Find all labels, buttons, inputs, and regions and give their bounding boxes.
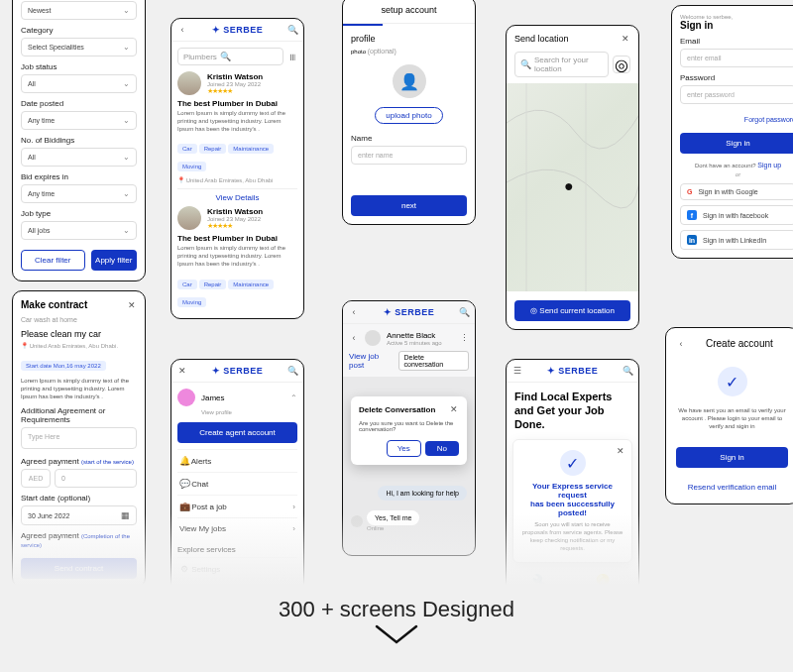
chevron-down-icon: ⌄: [123, 79, 130, 88]
apply-filter-button[interactable]: Apply filter: [91, 250, 138, 271]
chevron-right-icon: ›: [292, 503, 295, 511]
facebook-signin-button[interactable]: fSign in with facebook: [680, 205, 793, 225]
tag-car[interactable]: Car: [177, 280, 197, 289]
avatar: [177, 206, 201, 230]
delete-conv-menu[interactable]: Delete conversation: [398, 351, 469, 371]
close-icon[interactable]: ✕: [127, 300, 137, 310]
tag-repair[interactable]: Repair: [199, 280, 227, 289]
google-signin-button[interactable]: GSign in with Google: [680, 183, 793, 200]
menu-postjob[interactable]: 💼 Post a job›: [177, 495, 297, 517]
location-icon: 📍: [21, 343, 28, 349]
signin-button[interactable]: Sign in: [680, 133, 793, 154]
tag-maint[interactable]: Maintainance: [228, 280, 274, 289]
search-icon[interactable]: 🔍: [459, 307, 469, 317]
email-label: Email: [680, 37, 793, 46]
chat-status: Active 5 minutes ago: [387, 340, 442, 346]
menu-myjobs[interactable]: View My jobs›: [177, 517, 297, 539]
close-icon[interactable]: ✕: [449, 404, 459, 414]
create-agent-button[interactable]: Create agent account: [177, 422, 297, 443]
yes-button[interactable]: Yes: [387, 440, 421, 457]
search-input[interactable]: Plumbers🔍: [177, 48, 283, 65]
signup-link[interactable]: Sign up: [757, 162, 781, 168]
sort-select[interactable]: Newest⌄: [21, 1, 137, 20]
linkedin-signin-button[interactable]: inSign in with LinkedIn: [680, 230, 793, 250]
tag-maint[interactable]: Maintainance: [228, 144, 274, 154]
explore-heading: Explore services: [177, 545, 297, 554]
listing-desc: Lorem Ipsum is simply dummy text of the …: [177, 245, 297, 268]
view-details-link[interactable]: View Details: [177, 188, 297, 206]
dateposted-select[interactable]: Any time⌄: [21, 111, 137, 130]
addreq-input[interactable]: Type Here: [21, 427, 137, 449]
create-signin-button[interactable]: Sign in: [676, 447, 788, 468]
back-icon[interactable]: ‹: [177, 25, 187, 35]
view-profile-link[interactable]: View profile: [201, 409, 297, 415]
plumber-icon: 🔧: [514, 573, 570, 595]
search-value: Plumbers: [183, 53, 217, 61]
create-title: Create account: [706, 338, 773, 349]
email-input[interactable]: enter email: [680, 49, 793, 67]
forgot-password-link[interactable]: Forgot password: [744, 116, 793, 123]
close-icon[interactable]: ✕: [177, 366, 187, 376]
resend-link[interactable]: Resend verification email: [688, 483, 776, 492]
menu-chat[interactable]: 💬 Chat: [177, 472, 297, 495]
jobtype-select[interactable]: All jobs⌄: [21, 221, 137, 240]
map-search-input[interactable]: 🔍Search for your location: [514, 52, 609, 77]
view-jobpost-link[interactable]: View job post: [349, 352, 395, 370]
map-title: Send location: [514, 34, 569, 44]
kebab-icon[interactable]: ⋮: [459, 333, 469, 343]
chat-status2: Online: [367, 525, 419, 531]
upload-photo-button[interactable]: upload photo: [375, 107, 442, 124]
map-canvas[interactable]: ●: [507, 83, 638, 291]
bidexpires-select[interactable]: Any time⌄: [21, 184, 137, 203]
currency-field[interactable]: AED: [21, 469, 51, 488]
clear-filter-button[interactable]: Clear filter: [21, 250, 85, 271]
back-icon[interactable]: ‹: [349, 333, 359, 343]
briefcase-icon: 💼: [179, 502, 189, 511]
password-input[interactable]: enter password: [680, 85, 793, 104]
dialog-title: Delete Conversation: [359, 405, 435, 414]
no-button[interactable]: No: [425, 441, 459, 456]
password-label: Password: [680, 73, 793, 82]
menu-alerts[interactable]: 🔔 Alerts: [177, 449, 297, 472]
tag-car[interactable]: Car: [177, 144, 197, 154]
search-icon[interactable]: 🔍: [287, 25, 297, 35]
category-label: Category: [21, 26, 137, 35]
next-button[interactable]: next: [351, 195, 467, 216]
chevron-up-icon[interactable]: ⌃: [290, 393, 297, 402]
jobstatus-select[interactable]: All⌄: [21, 74, 137, 93]
startdate-input[interactable]: 30 June 2022▦: [21, 505, 137, 525]
close-icon[interactable]: ✕: [616, 446, 625, 456]
brand-logo: ✦ SERBEE: [384, 307, 435, 317]
back-icon[interactable]: ‹: [676, 339, 686, 349]
send-location-button[interactable]: ◎ Send current location: [514, 300, 630, 321]
jobstatus-label: Job status: [21, 62, 137, 71]
tag-moving[interactable]: Moving: [177, 297, 206, 307]
tag-moving[interactable]: Moving: [177, 162, 206, 171]
check-circle-icon: ✓: [718, 367, 747, 396]
search-icon: 🔍: [520, 59, 530, 69]
success-line1: Your Express service request: [521, 482, 623, 500]
menu-icon[interactable]: ☰: [512, 366, 522, 376]
locate-icon[interactable]: ◎: [613, 56, 630, 73]
dateposted-label: Date posted: [21, 99, 137, 108]
name-input[interactable]: enter name: [351, 146, 467, 165]
amount-field[interactable]: 0: [55, 469, 137, 488]
biddings-select[interactable]: All⌄: [21, 148, 137, 167]
menu-settings[interactable]: ⚙ Settings: [177, 557, 297, 580]
tag-repair[interactable]: Repair: [199, 144, 227, 154]
photo-label: photo (optional): [351, 48, 467, 55]
scroll-down-icon[interactable]: [375, 624, 418, 650]
chevron-down-icon: ⌄: [123, 189, 130, 198]
check-circle-icon: ✓: [560, 450, 586, 476]
category-select[interactable]: Select Specialities⌄: [21, 38, 137, 56]
brand-logo: ✦ SERBEE: [547, 366, 599, 376]
filter-icon[interactable]: ⫼: [287, 52, 297, 61]
send-contract-button[interactable]: Send contract: [21, 558, 137, 579]
success-note: Soon you will start to receive proposals…: [521, 521, 623, 552]
close-icon[interactable]: ✕: [621, 34, 630, 44]
search-icon[interactable]: 🔍: [287, 366, 297, 376]
chat-name: Annette Black: [387, 331, 442, 340]
search-icon[interactable]: 🔍: [623, 366, 632, 376]
agreed1-label: Agreed payment (start of the service): [21, 457, 137, 466]
back-icon[interactable]: ‹: [349, 307, 359, 317]
